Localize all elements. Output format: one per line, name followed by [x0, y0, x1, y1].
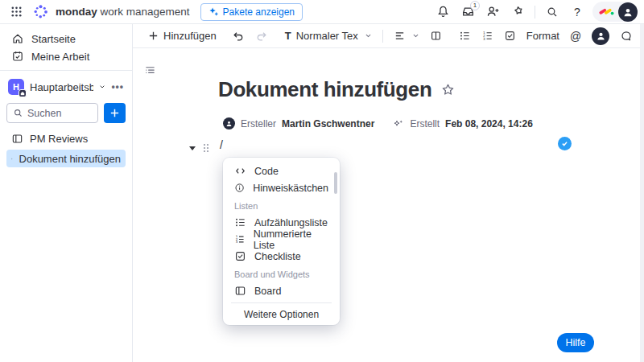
menu-item-numbered-list[interactable]: 123 Nummerierte Liste — [223, 231, 340, 248]
svg-text:3: 3 — [236, 240, 238, 244]
undo-button[interactable] — [228, 28, 249, 44]
add-item-button[interactable] — [104, 103, 126, 123]
columns-icon — [430, 30, 442, 42]
topbar-separator — [535, 6, 535, 19]
menu-item-label: Board — [254, 286, 281, 297]
menu-scrollbar-thumb[interactable] — [334, 172, 337, 194]
sidebar-search-row — [6, 103, 126, 123]
doc-title[interactable]: Dokument hinzufügen — [218, 77, 431, 102]
search-icon — [546, 6, 559, 19]
workspace-home-badge-icon — [19, 89, 27, 97]
person-add-icon — [486, 5, 500, 19]
checkbox-icon — [234, 250, 246, 262]
invite-members-button[interactable] — [483, 2, 502, 22]
account-switcher[interactable] — [592, 2, 638, 22]
add-block-label: Hinzufügen — [163, 30, 217, 42]
doc-toolbar: Hinzufügen T Normaler Tex — [133, 24, 644, 48]
apps-icon — [511, 5, 525, 19]
align-left-icon — [394, 30, 406, 42]
bullet-list-button[interactable] — [455, 27, 475, 44]
upgrade-packages-button[interactable]: Pakete anzeigen — [200, 3, 303, 21]
numbered-list-button[interactable]: 123 — [477, 27, 497, 44]
plus-icon — [109, 108, 120, 118]
board-icon — [11, 133, 23, 145]
menu-item-label: Nummerierte Liste — [254, 228, 328, 251]
brand-name: monday — [56, 6, 97, 18]
sidebar-search-input[interactable] — [27, 108, 90, 119]
collapse-block-button[interactable] — [189, 146, 196, 150]
svg-text:3: 3 — [483, 37, 485, 41]
sidebar-search-box[interactable] — [6, 103, 98, 123]
slash-command-menu: Code Hinweiskästchen Listen Aufzählungsl… — [223, 158, 340, 325]
redo-icon — [255, 31, 268, 42]
sidebar-item-pm-reviews[interactable]: PM Reviews — [6, 130, 126, 147]
doc-outline-button[interactable] — [144, 64, 156, 76]
topbar: monday work management Pakete anzeigen 1 — [0, 0, 644, 24]
align-dropdown[interactable] — [390, 27, 423, 44]
comments-button[interactable] — [616, 27, 637, 45]
sidebar: Startseite Meine Arbeit H Hauptarbeitsbe… — [0, 24, 133, 362]
monday-products-logo-icon — [598, 6, 614, 18]
checkbox-icon — [504, 30, 516, 42]
drag-handle[interactable] — [201, 142, 211, 154]
bell-icon — [436, 5, 450, 19]
menu-item-label: Checkliste — [254, 251, 301, 262]
brand-suffix: work management — [101, 6, 190, 18]
numbered-list-icon: 123 — [481, 30, 493, 42]
monday-dots-logo-icon — [33, 4, 48, 19]
mention-button[interactable]: @ — [566, 27, 585, 45]
workspace-options-button[interactable]: ••• — [111, 81, 124, 93]
workspace-switcher[interactable]: H Hauptarbeitsbe... ••• — [6, 76, 126, 97]
notifications-button[interactable] — [433, 2, 452, 22]
menu-section-board-widgets: Board und Widgets — [223, 266, 340, 282]
app-grid-button[interactable] — [6, 2, 26, 22]
chevron-down-icon[interactable] — [99, 83, 105, 91]
sidebar-item-my-work[interactable]: Meine Arbeit — [6, 47, 126, 65]
menu-item-board[interactable]: Board — [223, 282, 340, 299]
user-avatar[interactable] — [618, 2, 638, 22]
menu-item-label: Code — [254, 166, 279, 177]
sidebar-item-home[interactable]: Startseite — [6, 30, 126, 47]
format-button[interactable]: Format — [522, 27, 564, 44]
checklist-button[interactable] — [500, 27, 520, 44]
sidebar-divider — [0, 70, 132, 71]
sidebar-item-label: Dokument hinzufügen — [19, 153, 121, 165]
sidebar-item-dokument-hinzufuegen[interactable]: Dokument hinzufügen — [6, 150, 126, 167]
block-gutter — [189, 142, 211, 154]
plus-icon — [148, 31, 159, 41]
favorite-star-icon[interactable] — [441, 83, 455, 97]
code-icon — [234, 165, 246, 177]
menu-item-info-box[interactable]: Hinweiskästchen — [223, 179, 340, 196]
upgrade-label: Pakete anzeigen — [223, 6, 295, 18]
product-title: monday work management — [56, 6, 190, 18]
chevron-down-icon — [412, 32, 419, 39]
menu-item-code[interactable]: Code — [223, 162, 340, 179]
add-block-button[interactable]: Hinzufügen — [144, 27, 221, 44]
grid-menu-icon — [10, 6, 23, 18]
text-style-dropdown[interactable]: T Normaler Tex — [281, 27, 376, 44]
redo-button[interactable] — [251, 28, 272, 44]
person-icon — [225, 120, 233, 127]
layout-columns-button[interactable] — [426, 27, 446, 44]
collaborators-avatar[interactable] — [588, 25, 613, 47]
creator-name: Martin Gschwentner — [282, 118, 374, 130]
inbox-button[interactable]: 1 — [458, 2, 477, 22]
created-group: Erstellt Feb 08, 2024, 14:26 — [393, 118, 532, 130]
global-search-button[interactable] — [543, 2, 562, 22]
editor-slash-text[interactable]: / — [220, 138, 223, 151]
doc-meta: Ersteller Martin Gschwentner Erstellt Fe… — [223, 117, 533, 130]
sidebar-item-label: Startseite — [31, 33, 76, 45]
sidebar-item-label: Meine Arbeit — [31, 51, 89, 63]
saved-check-indicator — [558, 137, 572, 150]
menu-more-options[interactable]: Weitere Optionen — [223, 303, 340, 325]
format-label: Format — [526, 30, 559, 42]
check-icon — [561, 140, 568, 147]
page-scrollbar[interactable] — [640, 24, 644, 362]
help-button[interactable]: ? — [568, 2, 587, 22]
apps-marketplace-button[interactable] — [508, 2, 527, 22]
topbar-right: 1 ? — [433, 2, 638, 22]
toolbar-separator — [382, 30, 383, 43]
menu-item-label: Aufzählungsliste — [254, 217, 328, 228]
search-icon — [13, 108, 23, 118]
help-floating-button[interactable]: Hilfe — [557, 333, 594, 352]
